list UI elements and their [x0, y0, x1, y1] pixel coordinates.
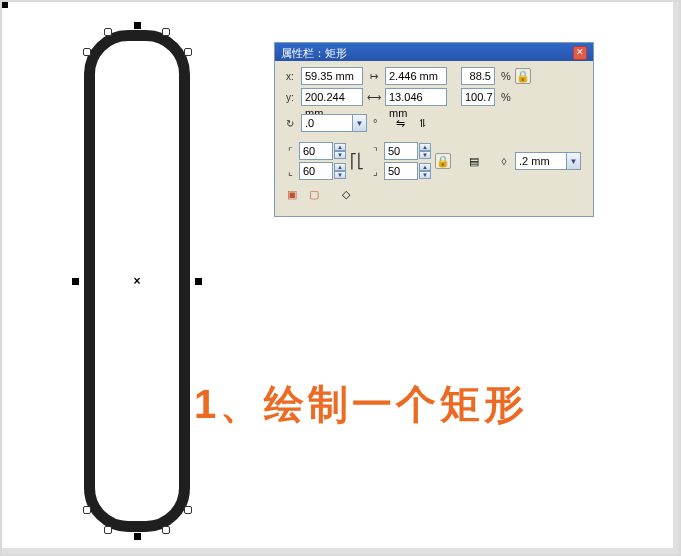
corner-br-icon: ⌟	[368, 164, 382, 178]
row-corners: ⌜ 60 ▲▼ ⌞ 60 ▲▼ ⎡⎣ ⌝	[283, 142, 585, 180]
to-front-icon[interactable]: ▣	[283, 185, 301, 203]
close-icon[interactable]: ✕	[573, 46, 587, 60]
selection-handle-bottom[interactable]	[134, 533, 141, 540]
corner-node-tr2[interactable]	[184, 48, 192, 56]
corner-node-bl1[interactable]	[104, 526, 112, 534]
height-icon: ⟷	[367, 90, 381, 104]
page-shadow-bottom	[2, 548, 679, 554]
corner-node-br2[interactable]	[184, 506, 192, 514]
scale-y-field[interactable]: 100.7	[461, 88, 495, 106]
corner-node-br1[interactable]	[162, 526, 170, 534]
rounded-rectangle-group[interactable]: ×	[76, 26, 198, 536]
percent-unit: %	[501, 70, 511, 82]
outline-width-icon: ◊	[497, 154, 511, 168]
selection-handle-top[interactable]	[134, 22, 141, 29]
lock-corners-icon[interactable]: 🔒	[435, 153, 451, 169]
corner-tr-icon: ⌝	[368, 144, 382, 158]
corner-tl-icon: ⌜	[283, 144, 297, 158]
corner-node-bl2[interactable]	[83, 506, 91, 514]
selection-handle-right[interactable]	[195, 278, 202, 285]
degree-unit: °	[373, 117, 377, 129]
dropdown-button[interactable]: ▼	[353, 114, 367, 132]
corner-bl-icon: ⌞	[283, 164, 297, 178]
center-marker: ×	[133, 274, 140, 288]
canvas-area[interactable]: × 属性栏：矩形 ✕ x: 59.35 mm ↦	[4, 4, 677, 552]
x-field[interactable]: 59.35 mm	[301, 67, 363, 85]
corner-tr-field[interactable]: 50	[384, 142, 418, 160]
row-position-size-scale: x: 59.35 mm ↦ 2.446 mm 88.5 % 🔒	[283, 67, 585, 85]
rotation-field[interactable]: .0	[301, 114, 353, 132]
corner-tl-field[interactable]: 60	[299, 142, 333, 160]
spinner[interactable]: ▲▼	[419, 163, 431, 179]
corner-node-tl1[interactable]	[104, 28, 112, 36]
wrap-text-icon[interactable]: ▤	[465, 152, 483, 170]
stage: × 属性栏：矩形 ✕ x: 59.35 mm ↦	[0, 0, 681, 556]
to-back-icon[interactable]: ▢	[305, 185, 323, 203]
mirror-horizontal-icon[interactable]: ⇋	[391, 114, 409, 132]
corner-link-icon: ⎡⎣	[350, 154, 364, 168]
scale-x-field[interactable]: 88.5	[461, 67, 495, 85]
property-bar-panel[interactable]: 属性栏：矩形 ✕ x: 59.35 mm ↦ 2.446 mm 88.5 % 🔒…	[274, 42, 594, 217]
corner-node-tr1[interactable]	[162, 28, 170, 36]
corner-bl-field[interactable]: 60	[299, 162, 333, 180]
selection-handle-left[interactable]	[72, 278, 79, 285]
rotation-dropdown[interactable]: .0 ▼	[301, 114, 367, 132]
height-field[interactable]: 13.046 mm	[385, 88, 447, 106]
width-icon: ↦	[367, 69, 381, 83]
outline-width-dropdown[interactable]: .2 mm ▼	[515, 152, 581, 170]
corner-br-field[interactable]: 50	[384, 162, 418, 180]
width-field[interactable]: 2.446 mm	[385, 67, 447, 85]
rotate-icon: ↻	[283, 116, 297, 130]
panel-titlebar[interactable]: 属性栏：矩形 ✕	[275, 43, 593, 61]
row-rotation: ↻ .0 ▼ ° ⇋ ⥮	[283, 114, 585, 132]
page-shadow-right	[673, 2, 679, 554]
lock-aspect-icon[interactable]: 🔒	[515, 68, 531, 84]
x-label: x:	[283, 69, 297, 83]
convert-to-curves-icon[interactable]: ◇	[337, 185, 355, 203]
panel-title-text: 属性栏：矩形	[281, 46, 347, 61]
y-field[interactable]: 200.244 mm	[301, 88, 363, 106]
spinner[interactable]: ▲▼	[334, 163, 346, 179]
dropdown-button[interactable]: ▼	[567, 152, 581, 170]
outline-width-field[interactable]: .2 mm	[515, 152, 567, 170]
panel-body: x: 59.35 mm ↦ 2.446 mm 88.5 % 🔒 y: 200.2…	[275, 61, 593, 216]
spinner[interactable]: ▲▼	[334, 143, 346, 159]
y-label: y:	[283, 90, 297, 104]
step-caption: 1、绘制一个矩形	[194, 377, 528, 432]
percent-unit-2: %	[501, 91, 511, 103]
row-y-height-scaley: y: 200.244 mm ⟷ 13.046 mm 100.7 %	[283, 88, 585, 106]
row-order: ▣ ▢ ◇	[283, 185, 585, 203]
spinner[interactable]: ▲▼	[419, 143, 431, 159]
corner-node-tl2[interactable]	[83, 48, 91, 56]
mirror-vertical-icon[interactable]: ⥮	[413, 114, 431, 132]
